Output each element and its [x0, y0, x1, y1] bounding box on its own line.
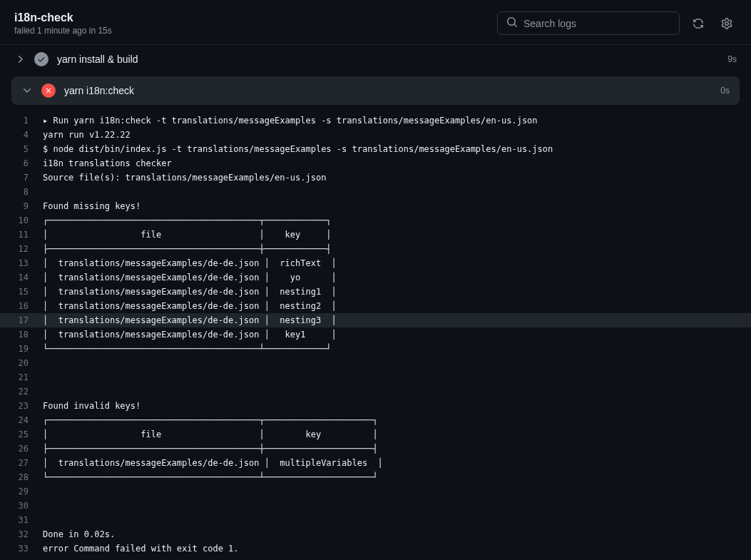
- line-number: 28: [14, 470, 43, 484]
- log-line[interactable]: 25│ file │ key │: [0, 427, 751, 442]
- line-number: 19: [14, 342, 43, 356]
- line-content: │ file │ key │: [43, 427, 737, 442]
- line-number: 8: [14, 185, 43, 199]
- line-number: 29: [14, 484, 43, 499]
- line-number: 14: [14, 270, 43, 285]
- line-content: ▸ Run yarn i18n:check -t translations/me…: [43, 113, 737, 128]
- line-content: error Command failed with exit code 1.: [43, 541, 737, 556]
- search-icon: [506, 16, 518, 30]
- line-number: 26: [14, 442, 43, 456]
- line-number: 25: [14, 427, 43, 442]
- log-line[interactable]: 16│ translations/messageExamples/de-de.j…: [0, 299, 751, 313]
- log-line[interactable]: 31: [0, 513, 751, 527]
- line-content: │ translations/messageExamples/de-de.jso…: [43, 285, 737, 299]
- line-number: 21: [14, 370, 43, 385]
- log-line[interactable]: 11│ file │ key │: [0, 228, 751, 242]
- check-icon: [34, 52, 48, 66]
- line-number: 6: [14, 156, 43, 170]
- search-box[interactable]: [497, 11, 680, 35]
- line-content: │ translations/messageExamples/de-de.jso…: [43, 327, 737, 342]
- log-line[interactable]: 13│ translations/messageExamples/de-de.j…: [0, 256, 751, 270]
- line-number: 32: [14, 527, 43, 541]
- step-duration: 0s: [720, 86, 730, 96]
- line-content: │ translations/messageExamples/de-de.jso…: [43, 313, 737, 327]
- line-number: 31: [14, 513, 43, 527]
- line-content: Done in 0.02s.: [43, 527, 737, 541]
- line-content: └───────────────────────────────────────…: [43, 470, 737, 484]
- header-right: [497, 11, 737, 35]
- rerun-button[interactable]: [688, 14, 708, 34]
- line-number: 22: [14, 385, 43, 399]
- line-content: │ translations/messageExamples/de-de.jso…: [43, 270, 737, 285]
- line-number: 10: [14, 213, 43, 228]
- line-content: [43, 356, 737, 370]
- log-output[interactable]: 1▸ Run yarn i18n:check -t translations/m…: [0, 108, 751, 560]
- log-line[interactable]: 28└─────────────────────────────────────…: [0, 470, 751, 484]
- log-line[interactable]: 26├─────────────────────────────────────…: [0, 442, 751, 456]
- line-number: 30: [14, 499, 43, 513]
- log-line[interactable]: 4yarn run v1.22.22: [0, 128, 751, 142]
- line-content: [43, 385, 737, 399]
- line-content: ├───────────────────────────────────────…: [43, 242, 737, 256]
- line-number: 4: [14, 128, 43, 142]
- line-number: 13: [14, 256, 43, 270]
- header-left: i18n-check failed 1 minute ago in 15s: [14, 11, 112, 36]
- log-line[interactable]: 27│ translations/messageExamples/de-de.j…: [0, 456, 751, 470]
- step-duration: 9s: [727, 54, 737, 64]
- line-content: ┌───────────────────────────────────────…: [43, 213, 737, 228]
- line-content: [43, 185, 737, 199]
- line-number: 24: [14, 413, 43, 427]
- step-row-i18n-check[interactable]: yarn i18n:check 0s: [11, 76, 740, 105]
- log-line[interactable]: 24┌─────────────────────────────────────…: [0, 413, 751, 427]
- line-number: 18: [14, 327, 43, 342]
- line-content: │ translations/messageExamples/de-de.jso…: [43, 456, 737, 470]
- log-line[interactable]: 8: [0, 185, 751, 199]
- job-title: i18n-check: [14, 11, 112, 24]
- line-content: [43, 370, 737, 385]
- log-line[interactable]: 7Source file(s): translations/messageExa…: [0, 170, 751, 185]
- line-number: 11: [14, 228, 43, 242]
- line-number: 9: [14, 199, 43, 213]
- step-name: yarn i18n:check: [64, 85, 712, 96]
- log-line[interactable]: 17│ translations/messageExamples/de-de.j…: [0, 313, 751, 327]
- search-input[interactable]: [523, 18, 670, 29]
- step-row-install[interactable]: yarn install & build 9s: [0, 45, 751, 73]
- log-line[interactable]: 32Done in 0.02s.: [0, 527, 751, 541]
- log-line[interactable]: 5$ node dist/bin/index.js -t translation…: [0, 142, 751, 156]
- line-content: Found missing keys!: [43, 199, 737, 213]
- log-line[interactable]: 33error Command failed with exit code 1.: [0, 541, 751, 556]
- log-line[interactable]: 29: [0, 484, 751, 499]
- line-number: 20: [14, 356, 43, 370]
- log-line[interactable]: 14│ translations/messageExamples/de-de.j…: [0, 270, 751, 285]
- log-line[interactable]: 6i18n translations checker: [0, 156, 751, 170]
- line-number: 17: [14, 313, 43, 327]
- log-line[interactable]: 15│ translations/messageExamples/de-de.j…: [0, 285, 751, 299]
- log-line[interactable]: 22: [0, 385, 751, 399]
- line-content: │ translations/messageExamples/de-de.jso…: [43, 256, 737, 270]
- line-number: 7: [14, 170, 43, 185]
- line-number: 33: [14, 541, 43, 556]
- line-content: │ file │ key │: [43, 228, 737, 242]
- log-line[interactable]: 30: [0, 499, 751, 513]
- log-line[interactable]: 19└─────────────────────────────────────…: [0, 342, 751, 356]
- log-line[interactable]: 18│ translations/messageExamples/de-de.j…: [0, 327, 751, 342]
- log-line[interactable]: 1▸ Run yarn i18n:check -t translations/m…: [0, 113, 751, 128]
- log-line[interactable]: 20: [0, 356, 751, 370]
- step-name: yarn install & build: [57, 54, 719, 65]
- line-content: i18n translations checker: [43, 156, 737, 170]
- steps-list: yarn install & build 9s yarn i18n:check …: [0, 45, 751, 105]
- settings-button[interactable]: [717, 14, 737, 34]
- line-number: 23: [14, 399, 43, 413]
- chevron-down-icon: [21, 85, 33, 96]
- job-status: failed 1 minute ago in 15s: [14, 26, 112, 36]
- line-content: ┌───────────────────────────────────────…: [43, 413, 737, 427]
- line-number: 1: [14, 113, 43, 128]
- line-number: 5: [14, 142, 43, 156]
- log-line[interactable]: 12├─────────────────────────────────────…: [0, 242, 751, 256]
- log-line[interactable]: 9Found missing keys!: [0, 199, 751, 213]
- log-line[interactable]: 10┌─────────────────────────────────────…: [0, 213, 751, 228]
- log-line[interactable]: 21: [0, 370, 751, 385]
- line-number: 12: [14, 242, 43, 256]
- log-line[interactable]: 23Found invalid keys!: [0, 399, 751, 413]
- line-content: $ node dist/bin/index.js -t translations…: [43, 142, 737, 156]
